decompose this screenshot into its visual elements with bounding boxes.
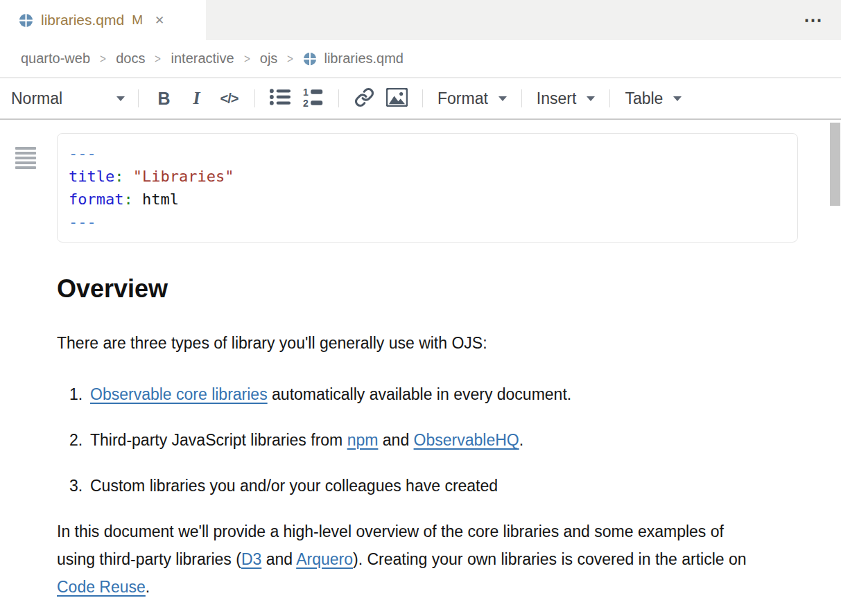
chevron-right-icon: >	[287, 51, 293, 67]
list-item: 1. Observable core libraries automatical…	[69, 380, 841, 408]
yaml-colon: :	[114, 168, 123, 185]
link-d3[interactable]: D3	[241, 550, 261, 568]
list-item: 2. Third-party JavaScript libraries from…	[69, 426, 841, 454]
intro-paragraph: There are three types of library you'll …	[57, 334, 841, 353]
numbered-list: 1. Observable core libraries automatical…	[0, 380, 841, 500]
text-segment: and	[261, 550, 296, 568]
chevron-down-icon	[498, 96, 507, 101]
toolbar-divider	[138, 89, 139, 107]
handle-bar	[15, 161, 36, 164]
chevron-down-icon	[673, 96, 682, 101]
table-menu[interactable]: Table	[619, 89, 687, 108]
chevron-down-icon	[116, 96, 125, 101]
closing-paragraph: In this document we'll provide a high-le…	[57, 518, 758, 601]
list-item-text: Custom libraries you and/or your colleag…	[90, 472, 498, 500]
breadcrumb-file-label: libraries.qmd	[324, 51, 403, 67]
insert-menu[interactable]: Insert	[531, 89, 601, 108]
yaml-key: format	[69, 191, 123, 208]
yaml-block-drag-handle[interactable]	[15, 147, 36, 169]
text-segment: .	[146, 578, 150, 596]
bold-icon: B	[157, 89, 170, 109]
link-arquero[interactable]: Arquero	[296, 550, 353, 568]
text-segment: ). Creating your own libraries is covere…	[353, 550, 747, 568]
link-observable-core-libraries[interactable]: Observable core libraries	[90, 385, 268, 403]
paragraph-style-value: Normal	[11, 89, 62, 108]
format-menu[interactable]: Format	[432, 89, 512, 108]
yaml-plain-value: html	[142, 191, 179, 208]
breadcrumb-file[interactable]: libraries.qmd	[303, 51, 403, 67]
inline-code-button[interactable]: </>	[213, 83, 245, 114]
text-segment: and	[378, 431, 413, 449]
bulleted-list-icon	[269, 87, 292, 109]
italic-icon: I	[193, 88, 200, 109]
close-icon[interactable]: ✕	[155, 13, 164, 28]
tab-libraries-qmd[interactable]: libraries.qmd M ✕	[0, 0, 206, 40]
yaml-space	[123, 168, 132, 185]
handle-bar	[15, 157, 36, 159]
link-code-reuse[interactable]: Code Reuse	[57, 578, 146, 596]
more-actions-icon[interactable]: ⋯	[804, 0, 824, 40]
toolbar-divider	[338, 89, 339, 107]
yaml-line: ---	[69, 211, 786, 234]
insert-menu-label: Insert	[537, 89, 577, 108]
svg-text:2: 2	[302, 97, 308, 107]
yaml-space	[133, 191, 142, 208]
format-menu-label: Format	[437, 89, 488, 108]
handle-bar	[15, 147, 36, 150]
paragraph-style-dropdown[interactable]: Normal	[7, 89, 129, 108]
table-menu-label: Table	[625, 89, 663, 108]
quarto-icon	[303, 52, 317, 66]
yaml-line: title: "Libraries"	[69, 165, 786, 188]
yaml-key: title	[69, 168, 114, 185]
list-marker: 2.	[69, 426, 90, 454]
yaml-delimiter: ---	[69, 213, 96, 231]
quarto-icon	[19, 13, 33, 28]
numbered-list-button[interactable]: 1 2	[297, 83, 329, 114]
handle-bar	[15, 152, 36, 155]
breadcrumb-quarto-web[interactable]: quarto-web	[21, 51, 90, 67]
svg-text:1: 1	[302, 87, 308, 98]
toolbar-divider	[521, 89, 522, 107]
code-icon: </>	[220, 91, 239, 107]
breadcrumb-ojs[interactable]: ojs	[260, 51, 278, 67]
numbered-list-icon: 1 2	[302, 87, 324, 111]
chevron-down-icon	[587, 96, 595, 101]
tab-bar: libraries.qmd M ✕ ⋯	[0, 0, 841, 40]
toolbar-divider	[609, 89, 610, 107]
chevron-right-icon: >	[244, 51, 250, 67]
text-segment: Custom libraries you and/or your colleag…	[90, 477, 498, 495]
yaml-line: ---	[69, 142, 786, 165]
chevron-right-icon: >	[100, 51, 106, 67]
toolbar-divider	[422, 89, 423, 107]
yaml-front-matter-block[interactable]: --- title: "Libraries" format: html ---	[57, 133, 798, 243]
list-marker: 3.	[69, 472, 90, 500]
text-segment: automatically available in every documen…	[268, 385, 572, 403]
insert-link-button[interactable]	[348, 83, 381, 114]
chevron-right-icon: >	[155, 51, 162, 67]
breadcrumb-interactive[interactable]: interactive	[171, 51, 234, 67]
handle-bar	[15, 166, 36, 169]
bulleted-list-button[interactable]	[264, 83, 297, 114]
editor-canvas[interactable]: --- title: "Libraries" format: html --- …	[0, 133, 841, 616]
yaml-string-value: "Libraries"	[133, 168, 234, 185]
list-item-text: Observable core libraries automatically …	[90, 380, 571, 408]
bold-button[interactable]: B	[148, 83, 180, 114]
link-observablehq[interactable]: ObservableHQ	[414, 431, 519, 449]
link-npm[interactable]: npm	[347, 431, 379, 449]
list-item: 3. Custom libraries you and/or your coll…	[69, 472, 841, 500]
vertical-scrollbar-thumb[interactable]	[830, 123, 840, 206]
modified-badge: M	[132, 12, 143, 28]
yaml-line: format: html	[69, 188, 786, 211]
breadcrumb-docs[interactable]: docs	[116, 51, 145, 67]
italic-button[interactable]: I	[180, 83, 213, 114]
insert-image-button[interactable]	[381, 83, 413, 114]
yaml-delimiter: ---	[69, 145, 96, 162]
section-heading: Overview	[57, 274, 841, 303]
tab-title: libraries.qmd	[41, 12, 124, 28]
list-item-text: Third-party JavaScript libraries from np…	[90, 426, 523, 454]
text-segment: Third-party JavaScript libraries from	[90, 431, 347, 449]
toolbar-divider	[254, 89, 255, 107]
link-icon	[354, 87, 374, 110]
text-segment: .	[519, 431, 523, 449]
yaml-colon: :	[123, 191, 132, 208]
